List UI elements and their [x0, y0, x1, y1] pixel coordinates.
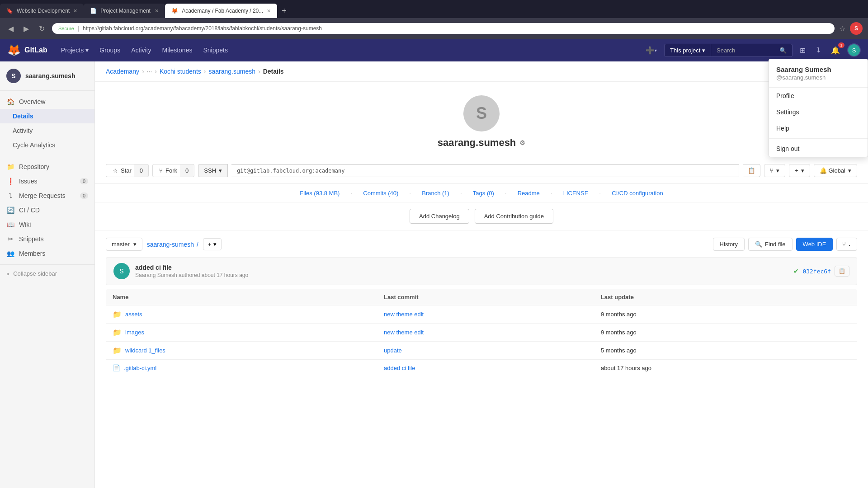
stat-cicd[interactable]: CI/CD configuration — [612, 190, 663, 197]
tab-close-3[interactable]: ✕ — [267, 8, 271, 14]
sidebar-members-label: Members — [19, 250, 45, 257]
browser-window: 🔖 Website Development ✕ 📄 Project Manage… — [0, 0, 868, 39]
sidebar-item-cycle-analytics[interactable]: Cycle Analytics — [0, 138, 94, 152]
path-add-button[interactable]: + ▾ — [203, 238, 222, 250]
stat-branch[interactable]: Branch (1) — [422, 190, 449, 197]
sidebar-item-activity[interactable]: Activity — [0, 123, 94, 138]
viewport-button[interactable]: ⊞ — [796, 43, 809, 57]
tab-project-management[interactable]: 📄 Project Management ✕ — [84, 4, 165, 18]
header-nav-groups[interactable]: Groups — [95, 44, 125, 56]
file-name-link[interactable]: 📁 assets — [113, 310, 371, 319]
chevron-left-icon: « — [6, 270, 9, 277]
ssh-protocol-select[interactable]: SSH ▾ — [198, 164, 228, 177]
forward-button[interactable]: ▶ — [21, 23, 32, 34]
fork-button[interactable]: ⑂ Fork — [152, 164, 184, 177]
header-nav-snippets[interactable]: Snippets — [198, 44, 232, 56]
file-name-link[interactable]: 📄 .gitlab-ci.yml — [113, 364, 371, 371]
scope-selector[interactable]: This project ▾ — [664, 44, 711, 57]
sidebar-item-overview[interactable]: 🏠 Overview — [0, 94, 94, 109]
sidebar-item-merge-requests[interactable]: ⤵ Merge Requests 0 — [0, 188, 94, 203]
tab-close-1[interactable]: ✕ — [73, 8, 77, 14]
header-right: ➕ ▾ This project ▾ Search 🔍 ⊞ ⤵ 🔔 1 S — [642, 43, 861, 57]
find-file-button[interactable]: 🔍 Find file — [748, 238, 793, 251]
file-commit-link[interactable]: new theme edit — [384, 329, 424, 336]
commit-hash-group: ✔ 032fec6f 📋 — [793, 266, 849, 277]
stat-tags[interactable]: Tags (0) — [473, 190, 494, 197]
merge-requests-badge: 0 — [80, 192, 88, 199]
file-commit-link[interactable]: added ci file — [384, 365, 415, 371]
reload-button[interactable]: ↻ — [36, 23, 47, 34]
bookmark-button[interactable]: ☆ — [839, 24, 845, 33]
dropdown-help[interactable]: Help — [769, 120, 868, 136]
new-tab-button[interactable]: + — [277, 6, 291, 16]
star-group: ☆ Star 0 — [106, 164, 149, 177]
stats-bar: Files (93.8 MB) · Commits (40) · Branch … — [95, 184, 868, 202]
add-plus-button[interactable]: + ▾ — [789, 164, 810, 177]
breadcrumb-ellipsis[interactable]: ··· — [147, 68, 152, 75]
breadcrumb-academany[interactable]: Academany — [106, 68, 139, 75]
header-nav-activity[interactable]: Activity — [127, 44, 156, 56]
add-changelog-button[interactable]: Add Changelog — [410, 209, 469, 224]
merge-requests-button[interactable]: ⤵ — [813, 43, 824, 57]
add-contribution-button[interactable]: Add Contribution guide — [475, 209, 553, 224]
tab-close-2[interactable]: ✕ — [155, 8, 159, 14]
url-bar[interactable]: Secure | https://gitlab.fabcloud.org/aca… — [52, 23, 835, 34]
clone-dropdown[interactable]: ⑂ ▾ — [764, 164, 785, 177]
project-settings-icon[interactable]: ⚙ — [519, 139, 525, 146]
header-nav-projects[interactable]: Projects ▾ — [57, 44, 94, 56]
back-button[interactable]: ◀ — [5, 23, 16, 34]
file-name-link[interactable]: 📁 images — [113, 328, 371, 337]
history-button[interactable]: History — [713, 238, 745, 251]
commit-meta: Saarang Sumesh authored about 17 hours a… — [135, 272, 788, 278]
gitlab-fox-icon: 🦊 — [7, 44, 21, 56]
commit-info-bar: S added ci file Saarang Sumesh authored … — [106, 257, 857, 285]
stat-readme[interactable]: Readme — [518, 190, 540, 197]
gitlab-logo[interactable]: 🦊 GitLab — [7, 44, 47, 56]
tab-website-development[interactable]: 🔖 Website Development ✕ — [0, 4, 84, 18]
sidebar-item-details[interactable]: Details — [0, 109, 94, 123]
column-last-commit: Last commit — [377, 289, 594, 305]
file-commit-link[interactable]: new theme edit — [384, 311, 424, 318]
more-options-button[interactable]: ⑂ ▾ — [836, 238, 857, 251]
sidebar-item-snippets[interactable]: ✂ Snippets — [0, 232, 94, 246]
sidebar-issues-label: Issues — [19, 178, 37, 185]
breadcrumb-kochi-students[interactable]: Kochi students — [160, 68, 201, 75]
add-menu-button[interactable]: ➕ ▾ — [642, 43, 660, 57]
sidebar-merge-requests-label: Merge Requests — [19, 192, 66, 199]
stat-license[interactable]: LICENSE — [563, 190, 589, 197]
sidebar-item-ci-cd[interactable]: 🔄 CI / CD — [0, 203, 94, 217]
column-last-update: Last update — [594, 289, 857, 305]
file-commit-link[interactable]: update — [384, 347, 402, 354]
stat-commits[interactable]: Commits (40) — [363, 190, 398, 197]
dropdown-sign-out[interactable]: Sign out — [769, 141, 868, 157]
notifications-button[interactable]: 🔔 1 — [827, 43, 844, 57]
sidebar-item-wiki[interactable]: 📖 Wiki — [0, 217, 94, 232]
tab-gitlab[interactable]: 🦊 Academany / Fab Academy / 20... ✕ — [165, 4, 277, 18]
breadcrumb: Academany › ··· › Kochi students › saara… — [95, 61, 868, 82]
breadcrumb-saarang-sumesh[interactable]: saarang.sumesh — [208, 68, 255, 75]
copy-hash-button[interactable]: 📋 — [835, 266, 849, 277]
sidebar-item-repository[interactable]: 📁 Repository — [0, 160, 94, 174]
sidebar-collapse-button[interactable]: « Collapse sidebar — [0, 264, 94, 282]
file-name-link[interactable]: 📁 wildcard 1_files — [113, 346, 371, 355]
search-bar[interactable]: Search 🔍 — [711, 44, 793, 57]
sidebar-item-members[interactable]: 👥 Members — [0, 246, 94, 261]
copy-url-button[interactable]: 📋 — [743, 164, 760, 177]
browser-user-avatar[interactable]: S — [850, 22, 863, 35]
clone-icon: ⑂ — [770, 167, 774, 174]
branch-selector[interactable]: master ▾ — [106, 238, 142, 251]
notification-bell[interactable]: 🔔 Global ▾ — [814, 164, 857, 177]
file-table: Name Last commit Last update 📁 assets ne… — [106, 289, 857, 376]
header-nav-milestones[interactable]: Milestones — [158, 44, 197, 56]
dropdown-profile[interactable]: Profile — [769, 88, 868, 104]
sidebar-item-issues[interactable]: ❗ Issues 0 — [0, 174, 94, 188]
dropdown-settings[interactable]: Settings — [769, 104, 868, 120]
wiki-icon: 📖 — [6, 221, 14, 228]
web-ide-button[interactable]: Web IDE — [796, 238, 833, 251]
user-avatar-header[interactable]: S — [847, 43, 861, 57]
stat-files[interactable]: Files (93.8 MB) — [300, 190, 340, 197]
commit-hash-link[interactable]: 032fec6f — [802, 268, 831, 275]
table-row: 📁 wildcard 1_files update 5 months ago — [106, 342, 857, 360]
app-layout: S saarang.sumesh 🏠 Overview Details Acti… — [0, 61, 868, 488]
star-button[interactable]: ☆ Star — [106, 164, 138, 177]
